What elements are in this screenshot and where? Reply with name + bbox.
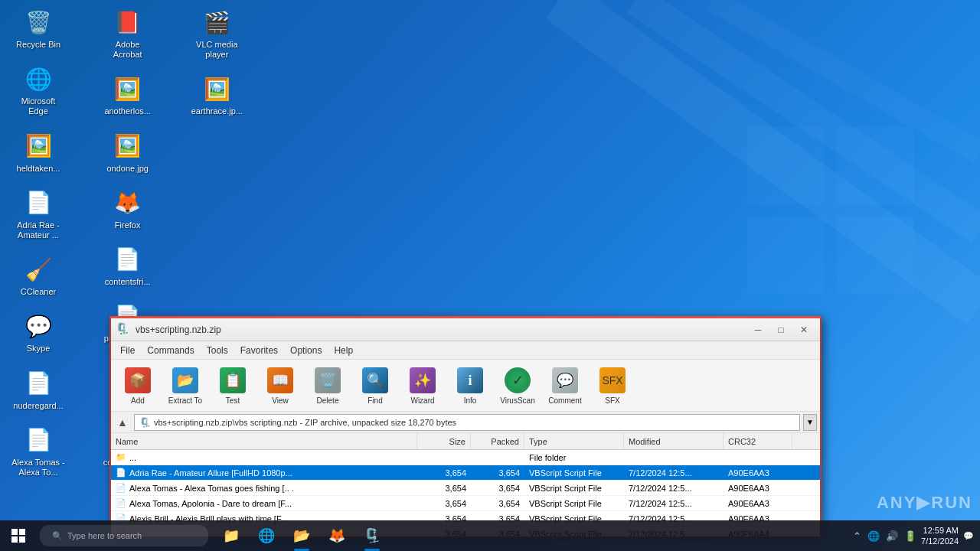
start-button[interactable] [0, 520, 37, 551]
minimize-button[interactable]: ─ [746, 319, 769, 341]
icon-image-skype: 💬 [23, 311, 54, 341]
toolbar-btn-info[interactable]: i Info [448, 363, 492, 409]
address-input[interactable]: 🗜️ vbs+scripting.nzb.zip\vbs scripting.n… [134, 414, 800, 431]
search-box[interactable]: 🔍 Type here to search [40, 525, 208, 546]
desktop-icon-vlc[interactable]: 🎬 VLC media player [186, 4, 247, 63]
icon-image-recycle-bin: 🗑️ [23, 7, 54, 37]
toolbar-icon-find: 🔍 [361, 366, 390, 395]
toolbar-btn-test[interactable]: 📋 Test [211, 363, 255, 409]
column-header-type[interactable]: Type [524, 433, 624, 449]
icon-label-ccleaner: CCleaner [21, 287, 56, 297]
menu-item-file[interactable]: File [114, 344, 141, 357]
icon-image-alexa-tomas: 📄 [23, 425, 54, 455]
svg-rect-9 [11, 536, 18, 543]
clock[interactable]: 12:59 AM 7/12/2024 [921, 525, 959, 547]
icon-image-adobe-acrobat: 📕 [113, 7, 143, 37]
desktop-icon-edge[interactable]: 🌐 Microsoft Edge [8, 60, 69, 119]
desktop-icon-anotherlos[interactable]: 🖼️ anotherlos... [97, 70, 158, 119]
system-tray: ⌃ 🌐 🔊 🔋 12:59 AM 7/12/2024 💬 [853, 525, 980, 547]
search-icon: 🔍 [52, 531, 63, 541]
address-dropdown[interactable]: ▼ [803, 414, 817, 431]
toolbar-btn-delete[interactable]: 🗑️ Delete [305, 363, 350, 409]
toolbar-icon-delete: 🗑️ [313, 366, 342, 395]
toolbar-btn-find[interactable]: 🔍 Find [353, 363, 397, 409]
column-header-crc[interactable]: CRC32 [724, 433, 792, 449]
volume-icon: 🔊 [886, 530, 898, 542]
column-header-size[interactable]: Size [417, 433, 471, 449]
icon-label-heldtaken: heldtaken... [17, 164, 60, 174]
toolbar-btn-comment[interactable]: 💬 Comment [543, 363, 587, 409]
taskbar-app-files[interactable]: 📂 [285, 520, 318, 551]
icon-image-edge: 🌐 [23, 64, 54, 94]
maximize-button[interactable]: □ [769, 319, 792, 341]
toolbar-icon-sfx: SFX [598, 366, 627, 395]
toolbar-btn-wizard[interactable]: ✨ Wizard [400, 363, 445, 409]
tray-icons: ⌃ 🌐 🔊 🔋 [853, 530, 916, 542]
toolbar-icon-test: 📋 [218, 366, 247, 395]
desktop-icon-nuderegard[interactable]: 📄 nuderegard... [8, 365, 69, 414]
file-icon: 📄 [116, 483, 126, 493]
svg-rect-1 [837, 127, 914, 204]
toolbar-btn-virusscan[interactable]: ✓ VirusScan [495, 363, 540, 409]
desktop-icon-adria-rae[interactable]: 📄 Adria Rae - Amateur ... [8, 184, 69, 243]
file-row-file2[interactable]: 📄 Alexa Tomas - Alexa Tomas goes fishing… [111, 481, 820, 496]
toolbar-btn-add[interactable]: 📦 Add [116, 363, 160, 409]
taskbar-app-explorer[interactable]: 📁 [214, 520, 248, 551]
chevron-up-icon[interactable]: ⌃ [853, 530, 861, 542]
desktop-icon-earthrace[interactable]: 🖼️ earthrace.jp... [186, 70, 247, 119]
taskbar-app-winrar[interactable]: 🗜️ [355, 520, 389, 551]
desktop-icon-firefox[interactable]: 🦊 Firefox [97, 184, 158, 233]
desktop-icon-heldtaken[interactable]: 🖼️ heldtaken... [8, 128, 69, 177]
column-header-packed[interactable]: Packed [471, 433, 524, 449]
icon-label-skype: Skype [27, 344, 51, 354]
svg-rect-10 [19, 536, 25, 543]
file-row-parent[interactable]: 📁 ... File folder [111, 450, 820, 465]
notification-icon[interactable]: 💬 [963, 531, 974, 541]
menu-item-tools[interactable]: Tools [201, 344, 234, 357]
desktop-icon-contentsfri[interactable]: 📄 contentsfri... [97, 241, 158, 290]
toolbar-label-test: Test [226, 396, 240, 405]
menu-item-favorites[interactable]: Favorites [234, 344, 284, 357]
desktop-icon-recycle-bin[interactable]: 🗑️ Recycle Bin [8, 4, 69, 53]
icon-image-firefox: 🦊 [113, 187, 143, 218]
taskbar-app-firefox[interactable]: 🦊 [320, 520, 354, 551]
icon-image-heldtaken: 🖼️ [23, 131, 54, 161]
anyrun-watermark: ANY▶RUN [877, 493, 972, 513]
toolbar-icon-info: i [456, 366, 485, 395]
toolbar-label-extract-to: Extract To [168, 396, 202, 405]
back-button[interactable]: ▲ [114, 414, 131, 431]
menu-item-help[interactable]: Help [328, 344, 359, 357]
column-header-modified[interactable]: Modified [624, 433, 724, 449]
desktop-icon-adobe-acrobat[interactable]: 📕 Adobe Acrobat [97, 4, 158, 63]
toolbar-label-find: Find [368, 396, 382, 405]
taskbar-app-edge[interactable]: 🌐 [250, 520, 283, 551]
toolbar-icon-add: 📦 [123, 366, 152, 395]
icon-image-contentsfri: 📄 [113, 244, 143, 275]
toolbar-btn-view[interactable]: 📖 View [258, 363, 302, 409]
desktop-icon-alexa-tomas[interactable]: 📄 Alexa Tomas - Alexa To... [8, 422, 69, 481]
menu-item-options[interactable]: Options [284, 344, 328, 357]
windows-logo-watermark [743, 115, 919, 306]
menu-item-commands[interactable]: Commands [141, 344, 200, 357]
file-name: Alexa Tomas - Alexa Tomas goes fishing [… [129, 484, 294, 493]
file-list-header: Name Size Packed Type Modified CRC32 [111, 433, 820, 450]
icon-label-adria-rae: Adria Rae - Amateur ... [11, 220, 66, 240]
toolbar-label-delete: Delete [317, 396, 339, 405]
column-header-name[interactable]: Name [111, 433, 417, 449]
toolbar-btn-extract-to[interactable]: 📂 Extract To [163, 363, 207, 409]
toolbar-label-comment: Comment [548, 396, 581, 405]
icon-image-ccleaner: 🧹 [23, 254, 54, 285]
file-row-file1[interactable]: 📄 Adria Rae - Amateur Allure [FullHD 108… [111, 465, 820, 481]
icon-image-anotherlos: 🖼️ [113, 73, 143, 104]
toolbar-btn-sfx[interactable]: SFX SFX [590, 363, 635, 409]
desktop-icon-ondone[interactable]: 🖼️ ondone.jpg [97, 128, 158, 177]
desktop-icon-ccleaner[interactable]: 🧹 CCleaner [8, 251, 69, 300]
toolbar-icon-view: 📖 [266, 366, 295, 395]
address-bar: ▲ 🗜️ vbs+scripting.nzb.zip\vbs scripting… [111, 412, 820, 433]
icon-label-nuderegard: nuderegard... [13, 401, 63, 411]
file-row-file3[interactable]: 📄 Alexa Tomas, Apolonia - Dare to dream … [111, 496, 820, 511]
desktop: 🗑️ Recycle Bin 🌐 Microsoft Edge 🖼️ heldt… [0, 0, 980, 551]
desktop-icon-skype[interactable]: 💬 Skype [8, 308, 69, 357]
close-button[interactable]: ✕ [792, 319, 815, 341]
clock-date: 7/12/2024 [921, 536, 959, 546]
